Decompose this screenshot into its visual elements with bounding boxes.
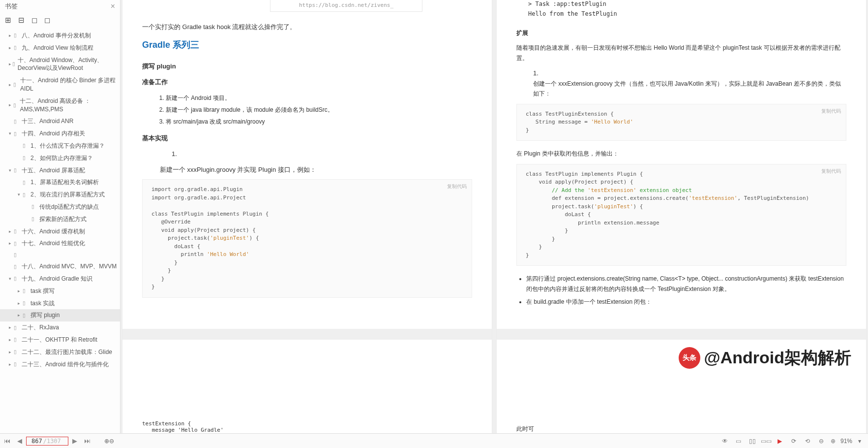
bullet-item: 第四行通过 project.extensions.create(String n… [526,274,846,294]
bookmark-label: 九、Android View 绘制流程 [22,44,93,52]
bookmark-glyph-icon: ▯ [14,167,21,174]
bookmark-item[interactable]: ▸▯二十、RxJava [0,321,120,334]
bookmark-item[interactable]: ▸▯二十三、Android 组件化与插件化 [0,358,120,371]
bookmark-glyph-icon: ▯ [31,216,38,223]
bookmark-label: 二十、RxJava [22,323,59,332]
chevron-icon: ▸ [9,349,14,355]
close-icon[interactable]: × [111,2,115,11]
right-step1: 创建一个 xxxExtension.groovy 文件（当然，也可以用 Java… [533,79,846,99]
bookmark-glyph-icon: ▯ [13,81,19,88]
console-output: > Task :app:testPlugin Hello from the Te… [516,0,846,19]
chevron-icon: ▸ [9,45,14,51]
bookmark-glyph-icon: ▯ [14,118,21,125]
bookmark-label: 十五、Android 屏幕适配 [22,166,85,175]
copy-code-label[interactable]: 复制代码 [821,167,841,175]
bookmark-item[interactable]: ▯ [0,250,120,260]
page-left-bottom-fragment: testExtension { message 'Hello Gradle' [122,414,492,433]
bookmark-label: 2、如何防止内存泄漏？ [30,154,93,162]
bullets: 第四行通过 project.extensions.create(String n… [516,274,846,307]
copy-code-label[interactable]: 复制代码 [821,107,841,115]
bookmark-glyph-icon: ▯ [14,275,21,282]
bookmark-item[interactable]: ▸▯撰写 plugin [0,309,120,321]
bookmark-glyph-icon: ▯ [23,179,30,186]
chevron-icon: ▾ [18,192,23,198]
bookmark-item[interactable]: ▯1、屏幕适配相关名词解析 [0,176,120,189]
bookmark-glyph-icon: ▯ [31,203,38,210]
code-block-left: 复制代码 import org.gradle.api.Plugin import… [142,179,472,298]
chevron-icon: ▸ [18,288,23,294]
bookmark-glyph-icon: ▯ [14,263,21,270]
bullet-item: 在 build.gradle 中添加一个 testExtension 闭包： [526,297,846,307]
bookmark-label: 十四、Android 内存相关 [22,129,85,138]
code-content: import org.gradle.api.Plugin import org.… [151,186,463,291]
bookmark-item[interactable]: ▸▯九、Android View 绘制流程 [0,42,120,54]
bookmark-item[interactable]: ▯十八、Android MVC、MVP、MVVM [0,260,120,273]
bookmark-item[interactable]: ▯传统dp适配方式的缺点 [0,201,120,213]
chevron-icon: ▸ [9,337,14,343]
page-right: > Task :app:testPlugin Hello from the Te… [497,0,866,433]
bookmark-item[interactable]: ▸▯二十一、OKHTTP 和 Retrofit [0,334,120,346]
chevron-icon: ▸ [9,361,14,368]
bookmark-label: 十二、Android 高级必备 ：AMS,WMS,PMS [20,97,117,114]
bookmark-item[interactable]: ▯1、什么情况下会内存泄漏？ [0,140,120,152]
bookmark-item[interactable]: ▸▯十七、Android 性能优化 [0,237,120,250]
bookmark-glyph-icon: ▯ [23,192,30,198]
right-para2: 在 Plugin 类中获取闭包信息，并输出： [516,149,846,159]
bookmark-glyph-icon: ▯ [13,102,19,109]
bookmark-item[interactable]: ▸▯十、Android Window、Activity、DecorView以及V… [0,54,120,75]
bookmark-item[interactable]: ▾▯十四、Android 内存相关 [0,128,120,140]
bookmark-label: task 撰写 [30,287,55,295]
bookmark-item[interactable]: ▾▯十九、Android Gradle 知识 [0,273,120,285]
bookmark-label: 2、现在流行的屏幕适配方式 [30,191,105,199]
chevron-icon: ▸ [9,82,13,88]
bookmark-glyph-icon: ▯ [14,240,21,247]
bookmark-glyph-icon: ▯ [12,61,17,67]
code-content: class TestPlugin implements Plugin { voi… [526,170,837,260]
expand-all-icon[interactable]: ⊞ [5,16,11,25]
bookmark-item[interactable]: ▸▯task 实战 [0,297,120,310]
bookmark-item[interactable]: ▯探索新的适配方式 [0,213,120,225]
basic-impl-heading: 基本实现 [142,133,472,144]
bookmark-label: 传统dp适配方式的缺点 [39,203,99,211]
bookmark-item[interactable]: ▾▯十五、Android 屏幕适配 [0,164,120,177]
bookmark-item[interactable]: ▸▯二十二、最流行图片加载库：Glide [0,346,120,358]
chevron-icon: ▸ [9,102,13,108]
bookmark-item[interactable]: ▯2、如何防止内存泄漏？ [0,152,120,164]
bookmark-glyph-icon: ▯ [14,130,21,137]
chevron-icon: ▸ [9,228,14,235]
prepare-heading: 准备工作 [142,77,472,88]
bookmark-label: 二十二、最流行图片加载库：Glide [22,348,112,356]
sub-number: 1. [172,149,472,160]
watermark-text: @Android架构解析 [704,347,851,369]
plugin-heading: 撰写 plugin [142,61,472,72]
copy-code-label[interactable]: 复制代码 [447,183,467,190]
bookmark-glyph-icon: ▯ [23,312,30,319]
bookmark-item[interactable]: ▸▯task 撰写 [0,285,120,297]
bookmark-label: 十六、Android 缓存机制 [22,227,85,236]
expand-para: 随着项目的急速发展，有朝一日发现有时候不想输出 Hello World 而是希望… [516,43,846,63]
bookmark-glyph-icon: ▯ [14,361,21,368]
bookmark-item[interactable]: ▸▯十六、Android 缓存机制 [0,225,120,238]
chevron-icon: ▸ [18,312,23,319]
bookmarks-sidebar: 书签 × ⊞ ⊟ ◻ ◻ ▸▯八、Android 事件分发机制▸▯九、Andro… [0,0,120,433]
chevron-icon: ▸ [9,324,14,331]
bookmark-item[interactable]: ▾▯2、现在流行的屏幕适配方式 [0,189,120,201]
bookmark-item[interactable]: ▯十三、Android ANR [0,115,120,128]
bookmark-glyph-icon: ▯ [14,228,21,235]
bookmark-label: 十八、Android MVC、MVP、MVVM [22,262,117,271]
chevron-icon: ▾ [9,130,14,137]
bookmark-add-icon[interactable]: ◻ [31,16,37,25]
bookmark-label: 二十三、Android 组件化与插件化 [22,360,109,369]
watermark-badge: 头条 [679,347,700,369]
page-right-bottom-fragment: 此时可 [497,418,866,433]
bookmark-glyph-icon: ▯ [23,300,30,307]
bookmark-item[interactable]: ▸▯十一、Android 的核心 Binder 多进程 AIDL [0,74,120,95]
section-title: Gradle 系列三 [142,37,472,53]
url-hint: https://blog.csdn.net/zivens_ [270,0,422,12]
bookmark-label: 十三、Android ANR [22,117,73,126]
bookmark-glyph-icon: ▯ [23,288,30,294]
collapse-all-icon[interactable]: ⊟ [18,16,25,25]
bookmark-item[interactable]: ▸▯十二、Android 高级必备 ：AMS,WMS,PMS [0,95,120,116]
bookmark-item[interactable]: ▸▯八、Android 事件分发机制 [0,30,120,42]
bookmark-icon[interactable]: ◻ [44,16,50,25]
